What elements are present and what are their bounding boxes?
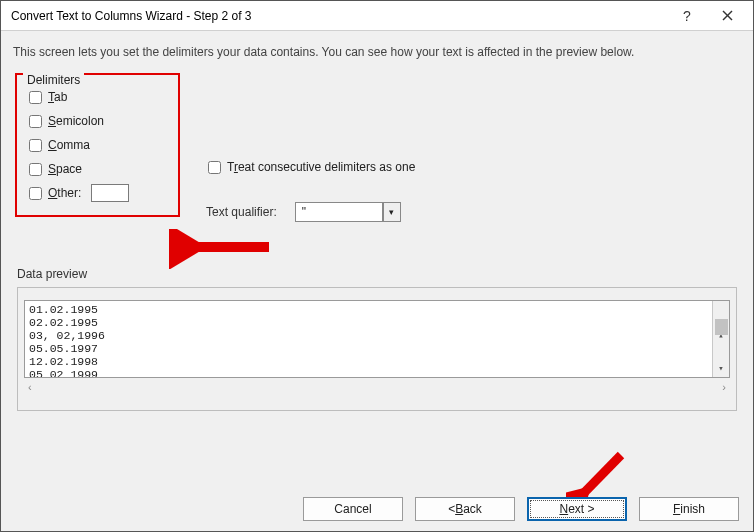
text-qualifier-row: Text qualifier: " ▾ — [206, 202, 415, 222]
delimiter-semicolon-row: Semicolon — [27, 109, 168, 133]
delimiter-comma-checkbox[interactable] — [29, 139, 42, 152]
delimiter-comma-row: Comma — [27, 133, 168, 157]
delimiter-other-label: Other: — [48, 186, 81, 200]
delimiter-space-label: Space — [48, 162, 82, 176]
window-title: Convert Text to Columns Wizard - Step 2 … — [11, 9, 667, 23]
chevron-down-icon[interactable]: ▾ — [383, 202, 401, 222]
back-button[interactable]: < Back — [415, 497, 515, 521]
delimiters-group: Delimiters Tab Semicolon Comma Space Oth… — [15, 73, 180, 217]
text-qualifier-label: Text qualifier: — [206, 205, 277, 219]
delimiter-semicolon-label: Semicolon — [48, 114, 104, 128]
data-preview-content: 01.02.1995 02.02.1995 03, 02,1996 05.05.… — [24, 300, 730, 378]
scroll-down-icon[interactable]: ▾ — [713, 360, 729, 377]
delimiter-space-row: Space — [27, 157, 168, 181]
delimiter-comma-label: Comma — [48, 138, 90, 152]
delimiter-tab-row: Tab — [27, 85, 168, 109]
delimiter-other-row: Other: — [27, 181, 168, 205]
help-button[interactable]: ? — [667, 2, 707, 30]
treat-consecutive-checkbox[interactable] — [208, 161, 221, 174]
scroll-left-icon[interactable]: ‹ — [28, 381, 32, 393]
svg-line-3 — [578, 455, 621, 499]
delimiter-tab-checkbox[interactable] — [29, 91, 42, 104]
text-qualifier-select[interactable]: " ▾ — [295, 202, 401, 222]
data-preview-label: Data preview — [17, 267, 741, 281]
treat-consecutive-row: Treat consecutive delimiters as one — [206, 156, 415, 178]
scroll-thumb[interactable] — [715, 319, 728, 335]
delimiter-other-input[interactable] — [91, 184, 129, 202]
delimiter-space-checkbox[interactable] — [29, 163, 42, 176]
annotation-arrow-delimiters — [169, 229, 279, 269]
data-preview-box: 01.02.1995 02.02.1995 03, 02,1996 05.05.… — [17, 287, 737, 411]
instruction-text: This screen lets you set the delimiters … — [13, 45, 741, 59]
next-button[interactable]: Next > — [527, 497, 627, 521]
titlebar: Convert Text to Columns Wizard - Step 2 … — [1, 1, 753, 31]
button-row: Cancel < Back Next > Finish — [303, 497, 739, 521]
delimiter-tab-label: Tab — [48, 90, 67, 104]
delimiter-other-checkbox[interactable] — [29, 187, 42, 200]
dialog-content: This screen lets you set the delimiters … — [1, 31, 753, 531]
preview-horizontal-scrollbar[interactable]: ‹ › — [24, 378, 730, 395]
finish-button[interactable]: Finish — [639, 497, 739, 521]
delimiters-legend: Delimiters — [23, 73, 84, 87]
delimiter-semicolon-checkbox[interactable] — [29, 115, 42, 128]
right-options: Treat consecutive delimiters as one Text… — [206, 156, 415, 222]
preview-vertical-scrollbar[interactable]: ▴ ▾ — [712, 301, 729, 377]
cancel-button[interactable]: Cancel — [303, 497, 403, 521]
close-button[interactable] — [707, 2, 747, 30]
scroll-right-icon[interactable]: › — [722, 381, 726, 393]
text-qualifier-value: " — [295, 202, 383, 222]
treat-consecutive-label: Treat consecutive delimiters as one — [227, 160, 415, 174]
